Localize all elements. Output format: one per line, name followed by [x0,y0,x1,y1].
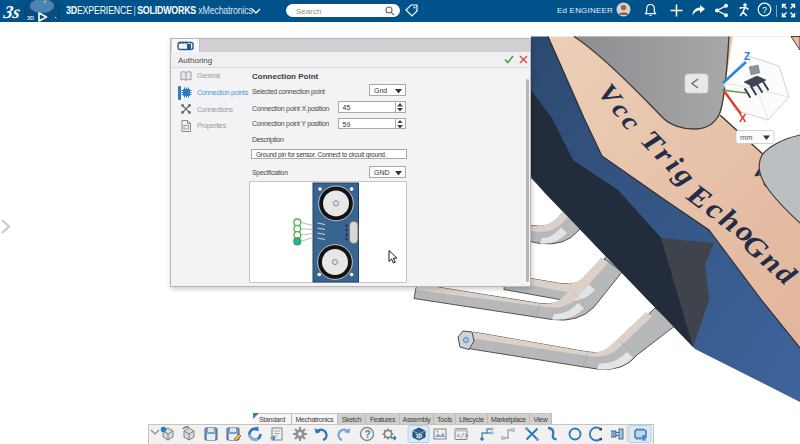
svg-text:?: ? [365,429,371,440]
svg-text:mm: mm [740,133,753,142]
svg-text:?: ? [762,5,767,15]
svg-text:Z: Z [744,51,750,62]
svg-text:10: 10 [416,433,423,439]
svg-text:X: X [739,112,747,124]
svg-text:3s: 3s [1,2,21,22]
svg-text:</>: </> [457,433,469,440]
svg-text:3D: 3D [27,15,34,21]
